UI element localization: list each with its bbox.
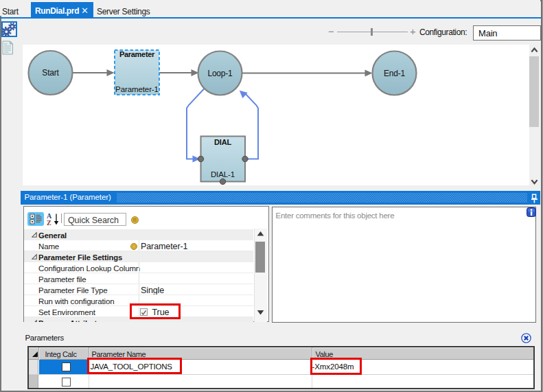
svg-text:End-1: End-1 [383, 68, 405, 78]
svg-text:Parameter: Parameter [119, 50, 154, 58]
svg-text:Z: Z [47, 219, 51, 226]
svg-text:R: R [133, 218, 137, 222]
svg-text:Loop-1: Loop-1 [207, 68, 233, 78]
svg-text:DIAL: DIAL [214, 137, 231, 146]
svg-text:DIAL-1: DIAL-1 [210, 170, 234, 178]
svg-text:Start: Start [42, 68, 59, 78]
svg-text:Parameter-1: Parameter-1 [115, 85, 159, 93]
